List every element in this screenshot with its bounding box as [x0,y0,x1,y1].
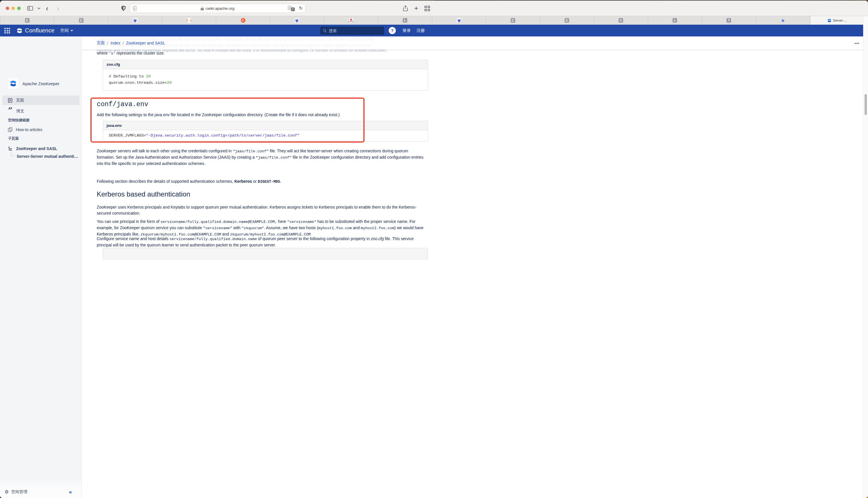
page-content: 3. The maximum number of threads to allo… [82,37,434,249]
translate-button[interactable]: A 文 [288,6,295,11]
breadcrumb: 页面 / Index / ZooKeeper and SASL [97,40,165,45]
breadcrumb-separator: / [122,41,124,45]
search-icon [323,29,327,32]
code-panel-title: zoo.cfg [103,60,428,69]
space-name[interactable]: Apache ZooKeeper [22,78,60,89]
csdn-favicon: C [241,18,245,23]
code-brackets-favicon: (-) [187,18,192,23]
minimize-window-button[interactable] [12,6,15,10]
space-sidebar: Apache ZooKeeper 页面 ” 博文 空间快捷链接 How-to a… [0,37,82,249]
translate-wen-icon: 文 [291,8,295,11]
breadcrumb-bar: 页面 / Index / ZooKeeper and SASL ••• [82,37,434,50]
breadcrumb-index[interactable]: Index [111,41,120,45]
confluence-space-icon [10,80,17,87]
safari-window: ‹ › cwiki.apache.org A 文 ↻ + [0,1,434,249]
browser-tab[interactable]: C [0,16,54,25]
sidebar-item-zookeeper-and-sasl[interactable]: ZooKeeper and SASL [2,144,79,153]
pages-copy-icon [8,127,12,132]
tree-branch-line [11,152,15,156]
breadcrumb-pages[interactable]: 页面 [97,40,105,45]
quote-icon: ” [8,109,13,113]
sidebar-item-label: 页面 [16,98,24,103]
baidu-favicon: du [295,18,299,23]
reload-button[interactable]: ↻ [299,5,303,11]
browser-tab[interactable]: du [270,16,324,25]
sidebar-item-pages[interactable]: 页面 [2,95,79,105]
browser-tab[interactable]: C [216,16,270,25]
privacy-shield-icon[interactable] [120,1,126,16]
sidebar-item-howto-articles[interactable]: How-to articles [2,125,79,134]
sidebar-section-children: 子页面 [8,136,19,141]
paragraph-following-section: Following section describes the details … [97,179,426,185]
close-window-button[interactable] [6,6,9,10]
baidu-favicon: du [133,18,138,23]
huawei-favicon: ✿ HUAWEI [349,18,353,23]
website-favicon: C [25,18,29,23]
browser-tab[interactable]: du [432,16,434,25]
next-code-panel-partial [103,248,428,249]
forward-button[interactable]: › [54,1,62,16]
share-icon [403,5,408,12]
paragraph-principal-form: You can use principal in the form of ser… [97,219,426,237]
code-line: # Defaulting to 20 [109,74,422,80]
section-heading-kerberos: Kerberos based authentication [97,190,190,198]
browser-tab[interactable]: du [108,16,162,25]
code-line: quorum.cnxn.threads.size=20 [109,80,422,86]
product-name: Confluence [25,27,54,34]
spaces-menu[interactable]: 空间 [60,25,73,37]
chevron-down-icon [70,29,73,31]
sidebar-toggle-button[interactable] [26,1,34,16]
signup-link[interactable]: 注册 [416,25,425,37]
browser-tab[interactable]: C [54,16,108,25]
reader-view-icon[interactable] [133,6,137,11]
sidebar-item-label: ZooKeeper and SASL [16,146,57,151]
login-link[interactable]: 登录 [402,25,411,37]
tab-overview-icon [425,6,430,11]
sidebar-section-shortcuts: 空间快捷链接 [8,118,29,123]
zoom-window-button[interactable] [17,6,21,10]
chevron-down-icon [37,6,40,9]
sidebar-menu-chevron[interactable] [37,1,41,16]
website-favicon: L [403,18,407,23]
browser-tab[interactable]: (-) [162,16,216,25]
lock-icon [200,6,204,10]
paragraph-kerberos-intro: ZooKeeper uses Kerberos principals and K… [97,204,421,216]
sidebar-icon [27,6,33,11]
code-panel-zoo-cfg: zoo.cfg # Defaulting to 20 quorum.cnxn.t… [103,60,428,91]
share-button[interactable] [401,1,409,16]
paragraph-jaas: ZooKeeper servers will talk to each othe… [97,148,426,167]
sidebar-item-server-server-auth[interactable]: Server-Server mutual authenti… [17,154,78,159]
back-button[interactable]: ‹ [44,1,51,16]
url-text[interactable]: cwiki.apache.org [206,6,234,11]
browser-tab[interactable]: L [378,16,432,25]
sidebar-item-label: How-to articles [16,127,42,132]
confluence-home-link[interactable]: Confluence [16,25,54,37]
breadcrumb-current-page[interactable]: ZooKeeper and SASL [126,41,165,45]
browser-toolbar: ‹ › cwiki.apache.org A 文 ↻ + [0,1,434,16]
annotation-red-box [90,97,364,143]
paragraph-configure-service: Configure service name and host details … [97,236,426,248]
sidebar-item-blog[interactable]: ” 博文 [2,106,79,116]
sidebar-item-label: 博文 [16,109,24,114]
address-bar[interactable]: cwiki.apache.org A 文 ↻ [130,4,306,13]
page-tree-icon [8,146,12,151]
svg-text:du: du [134,21,136,22]
confluence-header: Confluence 空间 ? 登录 注册 [0,25,434,37]
website-favicon: C [79,18,83,23]
spaces-label: 空间 [60,28,69,33]
new-tab-button[interactable]: + [412,1,420,16]
global-search[interactable] [320,27,384,35]
confluence-logo-icon [16,28,23,34]
app-switcher-button[interactable] [4,28,10,34]
tab-bar: C C du (-) C du ✿ HUAWEI L du C C C [0,16,434,25]
browser-tab[interactable]: ✿ HUAWEI [324,16,378,25]
shield-icon [121,6,126,11]
search-input[interactable] [329,29,375,33]
space-logo[interactable] [8,78,18,89]
tab-overview-button[interactable] [423,1,431,16]
breadcrumb-separator: / [107,41,108,45]
document-icon [8,98,12,103]
svg-text:du: du [296,21,298,22]
help-button[interactable]: ? [389,27,396,34]
